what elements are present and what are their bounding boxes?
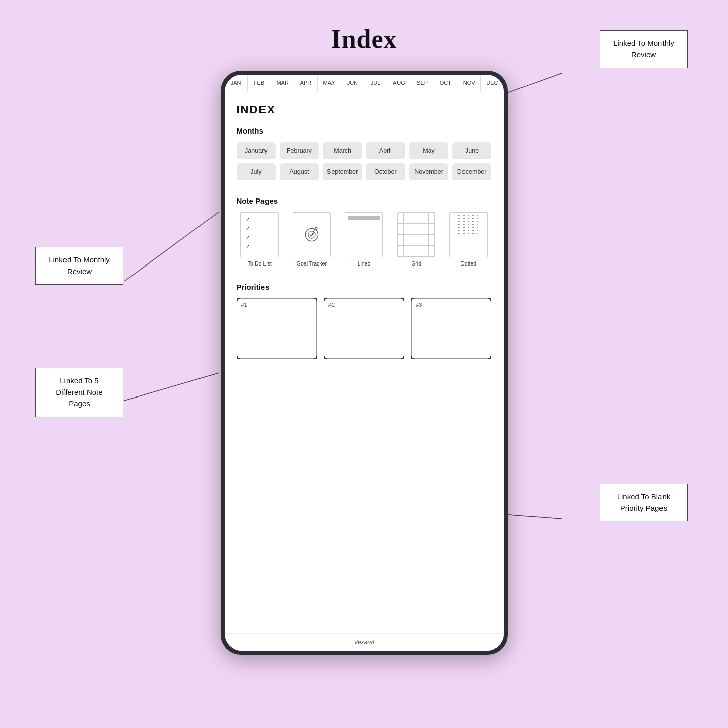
corner-bl <box>237 356 240 359</box>
note-page-todo[interactable]: ✓ ✓ ✓ ✓ To-Do List <box>237 212 283 267</box>
nav-dec[interactable]: DEC <box>481 75 503 91</box>
goal-tracker-icon <box>303 226 321 244</box>
grid-label: Grid <box>411 260 421 267</box>
corner-tr <box>314 298 317 301</box>
corner-tr <box>488 298 491 301</box>
corner-tl <box>324 298 327 301</box>
todo-thumb: ✓ ✓ ✓ ✓ <box>240 212 279 257</box>
index-title: INDEX <box>237 103 492 116</box>
priorities-section-label: Priorities <box>237 283 492 291</box>
lined-thumb <box>345 212 383 257</box>
month-september[interactable]: September <box>323 163 362 180</box>
content-area: INDEX Months January February March Apri… <box>225 91 504 633</box>
dotted-thumb <box>449 212 488 257</box>
tablet-inner: JAN FEB MAR APR MAY JUN JUL AUG SEP OCT … <box>225 75 504 651</box>
corner-tl <box>237 298 240 301</box>
note-page-lined[interactable]: Lined <box>341 212 387 267</box>
callout-left-mid-text: Linked To Monthly Review <box>49 255 110 276</box>
goal-thumb <box>293 212 331 257</box>
month-june[interactable]: June <box>452 142 492 159</box>
month-december[interactable]: December <box>452 163 492 180</box>
svg-line-2 <box>124 373 219 401</box>
corner-tr <box>401 298 404 301</box>
months-section-label: Months <box>237 126 492 135</box>
nav-oct[interactable]: OCT <box>434 75 457 91</box>
month-july[interactable]: July <box>237 163 276 180</box>
callout-top-right-text: Linked To Monthly Review <box>613 39 674 59</box>
nav-jan[interactable]: JAN <box>225 75 248 91</box>
todo-label: To-Do List <box>248 260 272 267</box>
month-march[interactable]: March <box>323 142 362 159</box>
priority-1-label: #1 <box>241 302 247 308</box>
note-pages-grid: ✓ ✓ ✓ ✓ To-Do List <box>237 212 492 267</box>
nav-apr[interactable]: APR <box>294 75 317 91</box>
nav-nov[interactable]: NOV <box>457 75 481 91</box>
month-november[interactable]: November <box>409 163 448 180</box>
priority-3-label: #3 <box>416 302 422 308</box>
tablet: JAN FEB MAR APR MAY JUN JUL AUG SEP OCT … <box>221 71 508 655</box>
callout-left-lower-text: Linked To 5 Different Note Pages <box>56 376 102 408</box>
svg-line-1 <box>124 212 219 281</box>
priority-2-label: #2 <box>328 302 335 308</box>
month-may[interactable]: May <box>409 142 448 159</box>
grid-thumb <box>397 212 435 257</box>
priority-3[interactable]: #3 <box>411 298 491 359</box>
tablet-footer: Vexaral <box>225 633 504 651</box>
months-grid: January February March April May June Ju… <box>237 142 492 180</box>
note-pages-section-label: Note Pages <box>237 196 492 205</box>
note-page-grid[interactable]: Grid <box>393 212 439 267</box>
priorities-grid: #1 #2 #3 <box>237 298 492 359</box>
month-august[interactable]: August <box>280 163 319 180</box>
month-january[interactable]: January <box>237 142 276 159</box>
nav-jun[interactable]: JUN <box>341 75 364 91</box>
goal-label: Goal Tracker <box>297 260 327 267</box>
nav-feb[interactable]: FEB <box>248 75 271 91</box>
priority-1[interactable]: #1 <box>237 298 317 359</box>
dotted-label: Dotted <box>460 260 476 267</box>
nav-jul[interactable]: JUL <box>364 75 387 91</box>
nav-sep[interactable]: SEP <box>411 75 434 91</box>
nav-may[interactable]: MAY <box>318 75 341 91</box>
callout-right-lower: Linked To Blank Priority Pages <box>600 484 688 521</box>
note-page-goal[interactable]: Goal Tracker <box>289 212 335 267</box>
corner-tl <box>411 298 414 301</box>
nav-aug[interactable]: AUG <box>387 75 411 91</box>
month-nav-bar: JAN FEB MAR APR MAY JUN JUL AUG SEP OCT … <box>225 75 504 91</box>
callout-left-mid: Linked To Monthly Review <box>35 247 123 285</box>
corner-br <box>401 356 404 359</box>
callout-top-right: Linked To Monthly Review <box>600 30 688 68</box>
corner-bl <box>324 356 327 359</box>
note-page-dotted[interactable]: Dotted <box>445 212 492 267</box>
callout-left-lower: Linked To 5 Different Note Pages <box>35 368 123 417</box>
corner-bl <box>411 356 414 359</box>
month-february[interactable]: February <box>280 142 319 159</box>
nav-mar[interactable]: MAR <box>271 75 294 91</box>
callout-right-lower-text: Linked To Blank Priority Pages <box>617 492 671 512</box>
month-october[interactable]: October <box>366 163 405 180</box>
corner-br <box>314 356 317 359</box>
month-april[interactable]: April <box>366 142 405 159</box>
priority-2[interactable]: #2 <box>324 298 404 359</box>
corner-br <box>488 356 491 359</box>
lined-label: Lined <box>358 260 371 267</box>
